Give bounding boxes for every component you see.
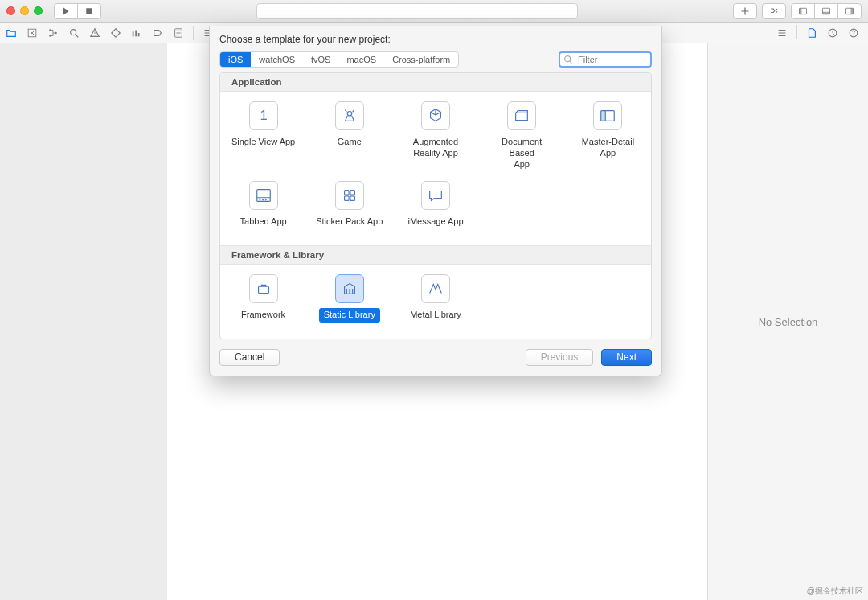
warning-icon	[89, 27, 100, 39]
stop-icon	[84, 6, 94, 16]
document-icon	[806, 27, 817, 39]
next-button[interactable]: Next	[601, 349, 652, 366]
panel-bottom-icon	[821, 6, 831, 16]
project-navigator-tab[interactable]	[3, 25, 19, 41]
panel-right-icon	[845, 6, 854, 16]
template-tabbed[interactable]: Tabbed App	[220, 176, 306, 234]
svg-rect-6	[851, 8, 854, 14]
metal-icon	[421, 274, 450, 303]
compare-icon	[769, 6, 779, 16]
master-detail-icon	[593, 101, 622, 130]
template-label: Game	[333, 135, 366, 150]
template-imessage[interactable]: iMessage App	[392, 176, 478, 234]
history-inspector-tab[interactable]	[825, 25, 841, 41]
platform-tab-watchos[interactable]: watchOS	[251, 52, 303, 67]
play-icon	[61, 6, 71, 16]
imessage-icon	[421, 181, 450, 210]
breakpoint-icon	[152, 27, 163, 39]
template-label: Metal Library	[405, 308, 466, 323]
square-x-icon	[27, 27, 38, 39]
source-control-navigator-tab[interactable]	[24, 25, 40, 41]
navigator-panel	[0, 43, 167, 600]
template-metal[interactable]: Metal Library	[392, 269, 478, 327]
cancel-button[interactable]: Cancel	[219, 349, 280, 366]
toggle-bottom-panel-button[interactable]	[814, 3, 838, 19]
svg-rect-31	[344, 196, 349, 201]
sticker-icon	[335, 181, 364, 210]
diamond-icon	[110, 27, 121, 39]
version-editor-button[interactable]	[762, 3, 786, 19]
toggle-right-panel-button[interactable]	[837, 3, 862, 19]
report-navigator-tab[interactable]	[170, 25, 186, 41]
svg-rect-4	[823, 11, 830, 14]
previous-button[interactable]: Previous	[526, 349, 594, 366]
framework-icon	[249, 274, 278, 303]
tabbed-icon	[249, 181, 278, 210]
breakpoint-navigator-tab[interactable]	[149, 25, 166, 41]
panel-left-icon	[798, 6, 808, 16]
ar-icon	[421, 101, 450, 130]
titlebar	[0, 0, 868, 23]
svg-text:1: 1	[260, 108, 267, 122]
stop-button[interactable]	[77, 3, 101, 19]
platform-tab-macos[interactable]: macOS	[338, 52, 384, 67]
file-inspector-tab[interactable]	[804, 25, 820, 41]
template-document[interactable]: Document Based App	[479, 97, 565, 176]
platform-tab-tvos[interactable]: tvOS	[303, 52, 338, 67]
run-button[interactable]	[54, 3, 78, 19]
single-view-icon: 1	[249, 101, 278, 130]
add-button[interactable]	[733, 3, 757, 19]
separator	[796, 25, 797, 39]
template-sticker[interactable]: Sticker Pack App	[306, 176, 392, 234]
platform-tab-cross-platform[interactable]: Cross-platform	[384, 52, 458, 67]
search-icon	[68, 27, 80, 39]
inspector-panel: No Selection	[707, 43, 868, 600]
help-inspector-tab[interactable]	[845, 25, 862, 41]
minimize-window-button[interactable]	[20, 6, 29, 15]
svg-rect-29	[344, 191, 349, 195]
svg-point-27	[262, 199, 264, 201]
library-icon	[335, 274, 364, 303]
template-game[interactable]: Game	[306, 97, 392, 176]
debug-navigator-tab[interactable]	[129, 25, 145, 41]
hierarchy-icon	[47, 27, 59, 39]
help-icon	[848, 27, 859, 39]
section-header: Application	[220, 73, 651, 92]
list-icon	[776, 27, 788, 39]
template-label: Single View App	[227, 135, 300, 150]
activity-search[interactable]	[256, 3, 578, 19]
template-single-view[interactable]: 1Single View App	[220, 97, 306, 176]
filter-icon	[563, 54, 574, 65]
svg-rect-24	[601, 111, 606, 121]
test-navigator-tab[interactable]	[108, 25, 124, 41]
section-header: Framework & Library	[220, 245, 651, 265]
close-window-button[interactable]	[6, 6, 15, 15]
watermark: @掘金技术社区	[807, 586, 863, 597]
svg-point-26	[259, 199, 260, 201]
traffic-lights	[6, 6, 43, 15]
svg-point-22	[347, 112, 352, 117]
symbol-navigator-tab[interactable]	[45, 25, 61, 41]
template-master-detail[interactable]: Master-Detail App	[565, 97, 651, 176]
folder-icon	[6, 27, 17, 39]
platform-tab-ios[interactable]: iOS	[220, 52, 251, 67]
clock-icon	[827, 27, 838, 39]
svg-point-28	[264, 199, 266, 201]
related-items-button[interactable]	[774, 25, 790, 41]
template-panel: Application1Single View AppGameAugmented…	[219, 72, 652, 339]
template-ar[interactable]: Augmented Reality App	[392, 97, 478, 176]
template-label: Tabbed App	[235, 215, 292, 229]
find-navigator-tab[interactable]	[66, 25, 82, 41]
issue-navigator-tab[interactable]	[87, 25, 103, 41]
template-library[interactable]: Static Library	[306, 269, 392, 327]
zoom-window-button[interactable]	[34, 6, 43, 15]
platform-tabs: iOSwatchOStvOSmacOSCross-platform	[219, 51, 459, 68]
template-label: Framework	[236, 308, 290, 323]
svg-rect-33	[258, 286, 268, 293]
svg-point-19	[853, 34, 854, 35]
toggle-left-panel-button[interactable]	[791, 3, 815, 19]
game-icon	[335, 101, 364, 130]
template-framework[interactable]: Framework	[220, 269, 306, 327]
svg-rect-14	[135, 30, 137, 36]
gauge-icon	[131, 27, 142, 39]
